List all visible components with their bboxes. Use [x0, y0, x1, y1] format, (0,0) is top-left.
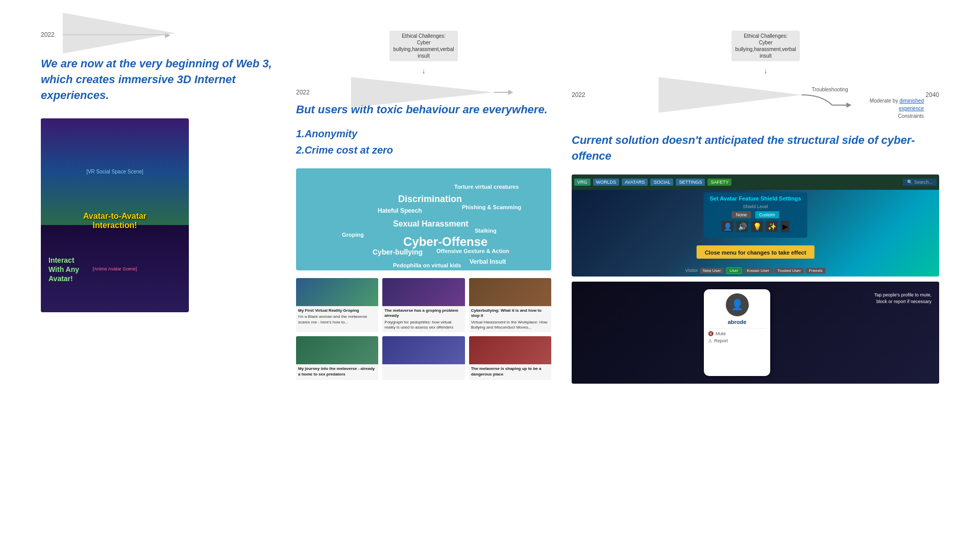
news-title-5: The metaverse is shaping up to be a dang… [471, 366, 549, 377]
icon-animations[interactable]: ▶ [781, 221, 790, 232]
news-title-0: My First Virtual Reality Groping [298, 308, 376, 313]
user-btn[interactable]: User [726, 267, 742, 274]
news-item-4 [382, 336, 464, 380]
word-cloud-item: Discrimination [398, 194, 462, 205]
left-timeline-triangle [63, 13, 175, 54]
page-container: 2022 ▶ We are now at the very beginn [0, 0, 980, 551]
middle-tl-label: Ethical Challenges:Cyberbullying,harassm… [389, 31, 458, 61]
icon-particles[interactable]: ✨ [766, 221, 778, 232]
left-tl-year: 2022 [41, 31, 55, 38]
right-tl-year-end: 2040 [925, 91, 939, 98]
svg-marker-1 [351, 77, 494, 108]
known-user-btn[interactable]: Known User [744, 268, 772, 273]
svg-marker-3 [508, 90, 513, 95]
word-cloud-item: Stalking [475, 228, 497, 234]
news-img-5 [469, 336, 551, 364]
word-cloud-item: Verbal Insult [470, 258, 506, 265]
word-cloud-item: Cyber-Offense [403, 235, 487, 249]
device-mute-option[interactable]: 🔇 Mute [708, 331, 766, 336]
col-right: Ethical Challenges:Cyberbullying,harassm… [572, 31, 939, 520]
news-img-3 [296, 336, 378, 364]
svg-marker-0 [63, 13, 175, 54]
news-item-2: Cyberbullying: What it is and how to sto… [469, 278, 551, 333]
middle-timeline: Ethical Challenges:Cyberbullying,harassm… [296, 31, 551, 92]
right-timeline: Ethical Challenges:Cyberbullying,harassm… [572, 31, 939, 107]
news-desc-2: Virtual Harassment in the Workplace: How… [471, 320, 549, 331]
trusted-user-btn[interactable]: Trusted User [774, 268, 804, 273]
vr-menu-social[interactable]: SOCIAL [650, 179, 673, 186]
vr-menu-safety[interactable]: SAFETY [707, 179, 731, 186]
news-grid: My First Virtual Reality Groping I'm a B… [296, 278, 551, 380]
constraint-link[interactable]: diminishedexperience [899, 98, 924, 111]
shield-settings-title: Set Avatar Feature Shield Settings [710, 195, 801, 202]
icon-avatar[interactable]: 👤 [722, 221, 733, 232]
friends-btn[interactable]: Friends [806, 268, 826, 273]
vr-menu-settings[interactable]: SETTINGS [676, 179, 705, 186]
word-cloud-item: Cyber-bullying [373, 248, 423, 256]
news-title-2: Cyberbullying: What it is and how to sto… [471, 308, 549, 319]
vr-menu-home[interactable]: VRG [574, 179, 591, 186]
left-timeline: 2022 ▶ [41, 31, 276, 41]
device-brand: abrode [728, 319, 747, 325]
image-overlay-text1: Avatar-to-AvatarInteraction! [83, 212, 146, 230]
screenshot-1: VRG WORLDS AVATARS SOCIAL SETTINGS SAFET… [572, 174, 939, 277]
right-heading: Current solution doesn't anticipated the… [572, 133, 939, 164]
word-cloud-item: Torture virtual creatures [454, 184, 519, 190]
reasons-text: 1.Anonymity2.Crime cost at zero [296, 126, 551, 158]
word-cloud-item: Phishing & Scamming [462, 204, 521, 210]
news-img-0 [296, 278, 378, 306]
word-cloud-item: Pedophilla on virtual kids [393, 262, 461, 268]
middle-tl-triangle [314, 77, 551, 108]
word-cloud-item: Hateful Speech [378, 207, 422, 214]
vr-menu-worlds[interactable]: WORLDS [593, 179, 620, 186]
col-left: 2022 ▶ We are now at the very beginn [41, 31, 276, 520]
device-report-option[interactable]: ⚠ Report [708, 338, 766, 343]
screenshot-2: 👤 abrode 🔇 Mute ⚠ Report Tap people's pr… [572, 282, 939, 384]
word-cloud-item: Groping [342, 232, 364, 238]
vr-menu-avatars[interactable]: AVATARS [622, 179, 648, 186]
news-desc-0: I'm a Black woman and the metaverse scar… [298, 314, 376, 325]
svg-text:Troubleshooting: Troubleshooting [812, 87, 848, 92]
right-tl-year-start: 2022 [572, 91, 585, 98]
word-cloud-item: Sexual Harassment [393, 219, 469, 229]
shield-option-none[interactable]: None [732, 211, 751, 218]
news-item-5: The metaverse is shaping up to be a dang… [469, 336, 551, 380]
new-user-btn[interactable]: New User [700, 268, 724, 273]
svg-marker-4 [658, 77, 801, 113]
news-title-1: The metaverse has a groping problem alre… [384, 308, 462, 319]
visitor-label: Visitor [685, 268, 698, 273]
vr-search-box[interactable]: 🔍 Search... [903, 179, 937, 186]
shield-level-label: Shield Level [710, 204, 801, 209]
news-desc-1: Polygraph for pedophiles: how virtual re… [384, 320, 462, 331]
device-avatar: 👤 [726, 293, 749, 316]
middle-tl-year-start: 2022 [296, 89, 310, 96]
news-img-2 [469, 278, 551, 306]
shield-option-custom[interactable]: Custom [755, 211, 779, 218]
news-img-4 [382, 336, 464, 364]
news-img-1 [382, 278, 464, 306]
constraints-text: Constraints [898, 113, 924, 119]
icon-audio[interactable]: 🔊 [737, 221, 748, 232]
svg-marker-5 [846, 103, 851, 108]
image-overlay-text2: InteractWith AnyAvatar! [48, 256, 79, 284]
news-title-3: My journey into the metaverse - already … [298, 366, 376, 377]
left-image: [VR Social Space Scene] [Anime Avatar Sc… [41, 118, 189, 312]
news-item-1: The metaverse has a groping problem alre… [382, 278, 464, 333]
news-item-0: My First Virtual Reality Groping I'm a B… [296, 278, 378, 333]
screenshot2-note: Tap people's profile to mute, block or r… [865, 292, 932, 306]
right-tl-label: Ethical Challenges:Cyberbullying,harassm… [731, 31, 800, 61]
news-item-3: My journey into the metaverse - already … [296, 336, 378, 380]
close-menu-msg: Close menu for changes to take effect [705, 249, 806, 256]
left-heading: We are now at the very beginning of Web … [41, 56, 276, 103]
icon-lights[interactable]: 💡 [751, 221, 763, 232]
word-cloud: Torture virtual creaturesDiscriminationP… [296, 168, 551, 270]
col-middle: Ethical Challenges:Cyberbullying,harassm… [296, 31, 551, 520]
word-cloud-item: Offensive Gesture & Action [436, 248, 509, 254]
